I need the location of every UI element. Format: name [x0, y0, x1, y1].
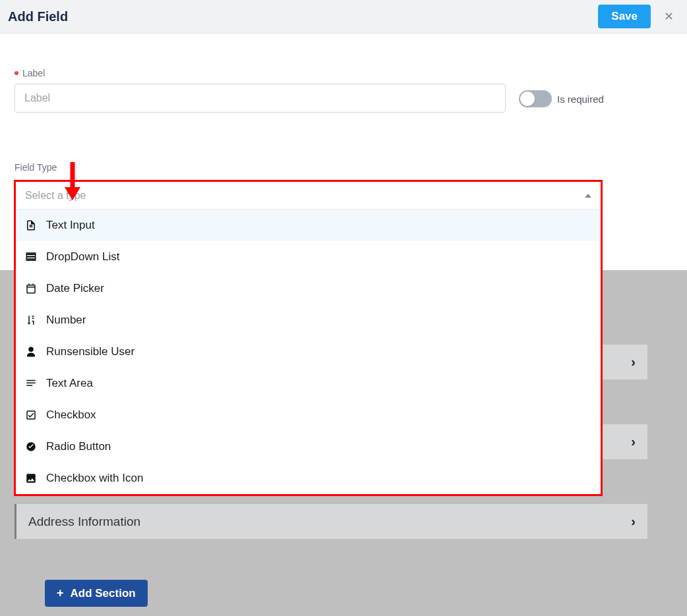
calendar-icon	[25, 283, 37, 294]
option-dropdown-list[interactable]: DropDown List	[16, 241, 601, 273]
check-square-icon	[25, 409, 37, 421]
toggle-knob	[520, 92, 535, 106]
chevron-right-icon: ›	[631, 514, 636, 529]
close-icon: ✕	[664, 10, 674, 23]
list-icon	[25, 251, 37, 263]
option-radio-button[interactable]: Radio Button	[16, 431, 601, 462]
lines-icon	[25, 378, 37, 389]
option-checkbox-with-icon[interactable]: Checkbox with Icon	[16, 462, 601, 494]
required-toggle[interactable]	[519, 90, 552, 107]
section-label: Address Information	[28, 515, 140, 529]
option-label: Checkbox with Icon	[46, 472, 143, 485]
option-label: Number	[46, 314, 86, 327]
add-section-button[interactable]: + Add Section	[45, 580, 148, 607]
dialog-title: Add Field	[8, 9, 68, 24]
option-text-area[interactable]: Text Area	[16, 368, 601, 399]
field-type-label: Field Type	[15, 162, 672, 173]
option-checkbox[interactable]: Checkbox	[16, 399, 601, 431]
file-text-icon	[25, 219, 37, 231]
close-button[interactable]: ✕	[659, 7, 679, 26]
image-icon	[25, 472, 37, 484]
option-label: Radio Button	[46, 440, 111, 453]
chevron-right-icon: ›	[631, 354, 636, 370]
option-label: Text Area	[46, 377, 93, 390]
select-placeholder: Select a type	[25, 190, 86, 202]
required-dot-icon	[15, 71, 18, 75]
caret-up-icon	[585, 194, 591, 198]
option-text-input[interactable]: Text Input	[16, 210, 601, 241]
option-label: Date Picker	[46, 282, 104, 295]
field-type-options: Text Input DropDown List Date Picker Num…	[16, 210, 601, 494]
option-date-picker[interactable]: Date Picker	[16, 273, 601, 304]
sort-numeric-icon	[25, 314, 37, 326]
label-input[interactable]	[15, 84, 506, 113]
plus-icon: +	[57, 586, 64, 600]
dialog-header: Add Field Save ✕	[0, 0, 687, 34]
option-label: DropDown List	[46, 250, 120, 264]
user-icon	[25, 346, 37, 358]
radio-dot-icon	[25, 441, 37, 453]
option-label: Checkbox	[46, 408, 96, 422]
add-section-label: Add Section	[71, 587, 136, 600]
option-number[interactable]: Number	[16, 304, 601, 336]
option-label: Runsensible User	[46, 345, 134, 358]
option-runsensible-user[interactable]: Runsensible User	[16, 336, 601, 368]
required-toggle-label: Is required	[557, 94, 604, 105]
field-type-dropdown-highlighted: Select a type Text Input DropDown List D…	[14, 180, 603, 496]
section-address[interactable]: Address Information ›	[15, 504, 647, 539]
option-label: Text Input	[46, 219, 95, 232]
save-button[interactable]: Save	[598, 5, 651, 28]
label-field-label: Label	[15, 68, 506, 78]
field-type-select[interactable]: Select a type	[16, 182, 601, 210]
chevron-right-icon: ›	[631, 434, 636, 449]
